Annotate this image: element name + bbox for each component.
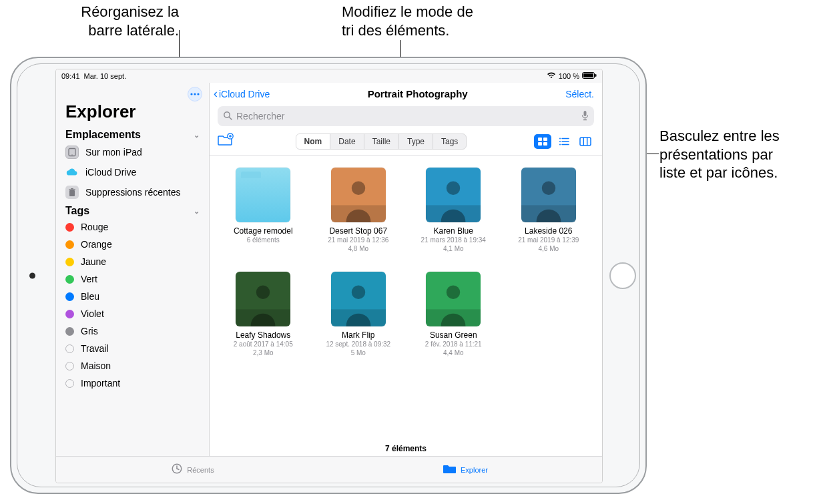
svg-point-34 (352, 182, 366, 196)
sidebar-tag-item[interactable]: Orange (56, 236, 209, 253)
view-icons-button[interactable] (534, 134, 551, 149)
chevron-down-icon: ⌄ (194, 207, 200, 216)
sort-option[interactable]: Taille (364, 134, 399, 149)
file-name: Mark Flip (342, 330, 374, 340)
image-thumbnail (521, 168, 576, 222)
svg-point-23 (559, 138, 561, 139)
sidebar-tag-item[interactable]: Gris (56, 322, 209, 340)
file-item[interactable]: Leafy Shadows2 août 2017 à 14:052,3 Mo (222, 272, 305, 357)
sidebar-tag-item[interactable]: Jaune (56, 253, 209, 270)
tag-label: Rouge (81, 222, 108, 232)
svg-point-37 (447, 182, 461, 196)
tag-dot-icon (65, 292, 74, 301)
sidebar-tag-item[interactable]: Vert (56, 270, 209, 288)
ipad-device: 09:41 Mar. 10 sept. 100 % (10, 57, 647, 494)
file-name: Leafy Shadows (236, 330, 290, 340)
file-meta: 2 août 2017 à 14:052,3 Mo (234, 340, 293, 357)
folder-icon (236, 168, 290, 222)
sidebar-tag-item[interactable]: Bleu (56, 288, 209, 305)
tag-label: Jaune (81, 256, 106, 267)
sidebar: Explorer Emplacements ⌄ Sur mon iPadiClo… (56, 83, 210, 456)
sidebar-title: Explorer (56, 101, 209, 126)
back-button[interactable]: ‹ iCloud Drive (214, 87, 270, 101)
svg-line-12 (229, 117, 232, 119)
wifi-icon (547, 72, 556, 80)
image-thumbnail (426, 168, 481, 222)
tag-label: Vert (81, 274, 97, 284)
sort-segmented-control[interactable]: NomDateTailleTypeTags (296, 134, 467, 150)
status-bar: 09:41 Mar. 10 sept. 100 % (56, 69, 602, 83)
tag-dot-icon (65, 310, 74, 318)
sort-option[interactable]: Nom (296, 134, 331, 149)
sidebar-tag-item[interactable]: Maison (56, 357, 209, 374)
file-meta: 21 mai 2019 à 12:364,8 Mo (328, 236, 388, 253)
sort-option[interactable]: Type (399, 134, 433, 149)
main-pane: ‹ iCloud Drive Portrait Photography Séle… (210, 83, 602, 456)
sort-option[interactable]: Tags (433, 134, 466, 149)
item-count: 7 éléments (210, 440, 602, 456)
sidebar-tag-item[interactable]: Travail (56, 340, 209, 357)
sidebar-location-item[interactable]: iCloud Drive (56, 162, 209, 182)
file-item[interactable]: Susan Green2 fév. 2018 à 11:214,4 Mo (412, 272, 495, 357)
tag-label: Gris (81, 326, 98, 336)
locations-header[interactable]: Emplacements ⌄ (56, 126, 209, 142)
location-label: Sur mon iPad (85, 147, 142, 158)
tag-dot-icon (65, 275, 74, 284)
select-button[interactable]: Sélect. (565, 89, 594, 99)
file-item[interactable]: Lakeside 02621 mai 2019 à 12:394,6 Mo (507, 168, 591, 253)
file-item[interactable]: Desert Stop 06721 mai 2019 à 12:364,8 Mo (317, 168, 400, 253)
image-thumbnail (236, 272, 290, 326)
tab-recents[interactable]: Récents (56, 463, 329, 477)
file-meta: 6 éléments (247, 236, 280, 244)
svg-rect-13 (584, 111, 587, 116)
tag-dot-icon (65, 344, 74, 353)
file-meta: 2 fév. 2018 à 11:214,4 Mo (425, 340, 482, 357)
tag-dot-icon (65, 258, 74, 266)
tag-dot-icon (65, 223, 74, 232)
sidebar-more-button[interactable] (188, 87, 202, 101)
tab-browse[interactable]: Explorer (329, 463, 602, 477)
tag-dot-icon (65, 327, 74, 336)
tab-browse-label: Explorer (461, 466, 488, 474)
sidebar-tag-item[interactable]: Violet (56, 305, 209, 322)
new-folder-button[interactable] (218, 133, 234, 150)
svg-point-25 (559, 141, 561, 142)
sidebar-location-item[interactable]: Suppressions récentes (56, 182, 209, 202)
trash-icon (65, 186, 79, 199)
file-item[interactable]: Karen Blue21 mars 2018 à 19:344,1 Mo (412, 168, 495, 253)
search-input[interactable]: Rechercher (218, 106, 594, 126)
file-meta: 12 sept. 2018 à 09:325 Mo (326, 340, 390, 357)
tab-bar: Récents Explorer (56, 456, 602, 483)
sidebar-tag-item[interactable]: Important (56, 374, 209, 392)
svg-point-4 (194, 93, 196, 95)
svg-rect-20 (543, 138, 547, 141)
tag-label: Travail (81, 343, 109, 354)
svg-rect-22 (543, 142, 547, 146)
back-label: iCloud Drive (219, 89, 270, 99)
folder-icon (443, 463, 457, 477)
file-item[interactable]: Mark Flip12 sept. 2018 à 09:325 Mo (317, 272, 400, 357)
tag-dot-icon (65, 362, 74, 370)
folder-item[interactable]: Cottage remodel6 éléments (222, 168, 305, 253)
mic-icon[interactable] (581, 110, 589, 123)
cloud-icon (65, 166, 79, 179)
file-meta: 21 mai 2019 à 12:394,6 Mo (518, 236, 579, 253)
home-button[interactable] (609, 262, 636, 289)
svg-point-43 (256, 286, 270, 300)
svg-point-5 (197, 93, 199, 95)
tags-header[interactable]: Tags ⌄ (56, 202, 209, 218)
svg-rect-1 (583, 73, 593, 77)
callout-view: Basculez entre les présentations par lis… (659, 127, 820, 182)
tag-label: Violet (81, 308, 104, 319)
sort-option[interactable]: Date (330, 134, 364, 149)
file-name: Susan Green (430, 330, 477, 340)
status-date: Mar. 10 sept. (84, 72, 127, 80)
view-columns-button[interactable] (577, 134, 594, 149)
sidebar-location-item[interactable]: Sur mon iPad (56, 142, 209, 162)
file-name: Karen Blue (434, 226, 473, 236)
svg-rect-2 (595, 74, 597, 77)
svg-point-49 (447, 286, 461, 300)
tag-dot-icon (65, 379, 74, 388)
view-list-button[interactable] (555, 134, 573, 149)
sidebar-tag-item[interactable]: Rouge (56, 218, 209, 236)
